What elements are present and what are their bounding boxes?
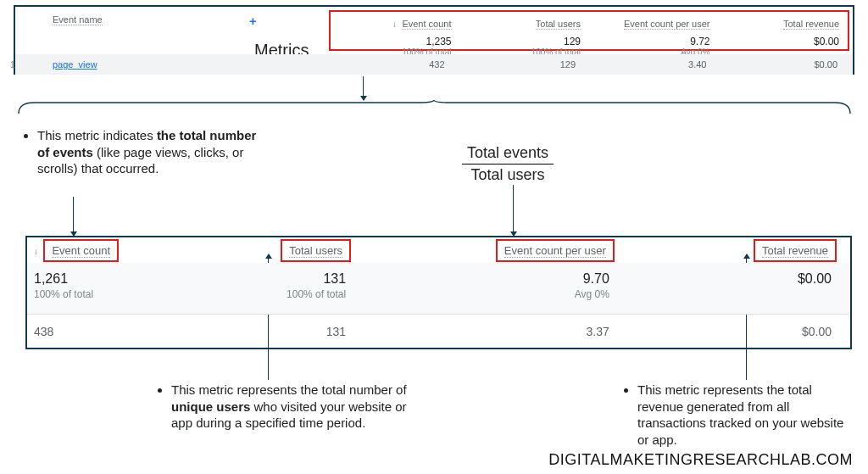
event-count-header-2: Event count bbox=[52, 244, 110, 258]
row2-event-count: 438 bbox=[27, 325, 167, 338]
ecpu-header-cell[interactable]: Event count per user 9.72 Avg 0% bbox=[589, 12, 719, 49]
event-count-header: Event count bbox=[402, 19, 451, 30]
event-count-header-cell[interactable]: ↓ Event count 1,235 100% of total bbox=[331, 12, 460, 49]
total-rev-total: $0.00 bbox=[722, 36, 840, 47]
connector-fraction bbox=[513, 185, 514, 236]
ecpu-header-2: Event count per user bbox=[504, 244, 606, 258]
total-rev-header-cell[interactable]: Total revenue $0.00 bbox=[719, 12, 849, 49]
arrow-down-icon bbox=[363, 76, 364, 100]
brace-connector bbox=[17, 100, 852, 114]
second-panel-headers: ↓ Event count Total users Event count pe… bbox=[27, 237, 850, 263]
row2-total-users: 131 bbox=[167, 325, 364, 338]
page-view-link[interactable]: page_view bbox=[53, 59, 97, 70]
total-users-col[interactable]: Total users bbox=[167, 239, 364, 262]
total-rev-header-2: Total revenue bbox=[762, 244, 828, 258]
second-panel-summary: 1,261 100% of total 131 100% of total 9.… bbox=[27, 263, 850, 314]
total-users-header-2: Total users bbox=[289, 244, 342, 258]
fraction-formula: Total events Total users bbox=[462, 144, 554, 184]
total-rev-col[interactable]: Total revenue bbox=[628, 239, 850, 262]
row-total-users: 129 bbox=[460, 59, 592, 70]
fraction-bottom: Total users bbox=[462, 165, 554, 184]
sum-ecpu: 9.70 Avg 0% bbox=[364, 263, 628, 314]
row-ecpu: 3.40 bbox=[591, 59, 722, 70]
note-total-users: This metric represents the total number … bbox=[156, 382, 410, 432]
second-analytics-panel: ↓ Event count Total users Event count pe… bbox=[25, 236, 852, 349]
metrics-header-highlight: ↓ Event count 1,235 100% of total Total … bbox=[329, 10, 849, 51]
ecpu-total: 9.72 bbox=[593, 36, 710, 47]
total-users-header: Total users bbox=[536, 19, 581, 30]
row-event-name: page_view bbox=[15, 59, 329, 70]
event-count-col[interactable]: ↓ Event count bbox=[27, 239, 167, 262]
table-row: page_view 432 129 3.40 $0.00 bbox=[15, 54, 853, 75]
top-analytics-panel: Event name + Metrics ↓ Event count 1,235… bbox=[14, 5, 854, 75]
ecpu-col[interactable]: Event count per user bbox=[364, 239, 628, 262]
row2-ecpu: 3.37 bbox=[364, 325, 628, 338]
row-total-rev: $0.00 bbox=[722, 59, 854, 70]
ecpu-header: Event count per user bbox=[624, 19, 710, 30]
sum-total-users: 131 100% of total bbox=[167, 263, 364, 314]
row-index: 1 bbox=[10, 60, 15, 70]
fraction-top: Total events bbox=[462, 144, 554, 165]
add-dimension-button[interactable]: + bbox=[249, 14, 257, 28]
row2-total-rev: $0.00 bbox=[628, 325, 850, 338]
total-users-header-cell[interactable]: Total users 129 100% of total bbox=[460, 12, 590, 49]
note-total-revenue: This metric represents the total revenue… bbox=[622, 382, 851, 448]
row-event-count: 432 bbox=[329, 59, 460, 70]
second-panel-row: 438 131 3.37 $0.00 bbox=[27, 314, 850, 348]
total-users-total: 129 bbox=[464, 36, 581, 47]
sum-total-rev: $0.00 bbox=[628, 263, 850, 314]
watermark: DIGITALMAKETINGRESEARCHLAB.COM bbox=[548, 451, 853, 469]
event-name-column: Event name bbox=[24, 7, 329, 26]
note-event-count: This metric indicates the total number o… bbox=[22, 127, 259, 177]
sum-event-count: 1,261 100% of total bbox=[27, 263, 167, 314]
sort-desc-icon: ↓ bbox=[392, 20, 397, 29]
event-name-header: Event name bbox=[53, 14, 103, 25]
total-rev-header: Total revenue bbox=[783, 19, 839, 30]
sort-desc-icon: ↓ bbox=[34, 247, 38, 256]
event-count-total: 1,235 bbox=[334, 36, 452, 47]
connector-event-count bbox=[73, 197, 74, 236]
